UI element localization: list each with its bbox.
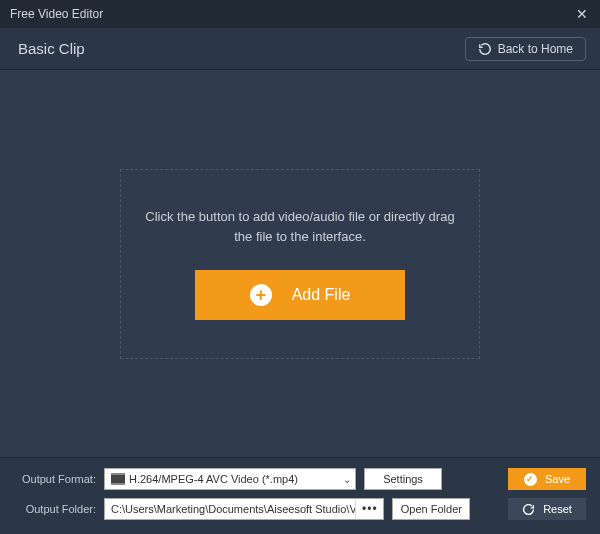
output-format-select[interactable]: H.264/MPEG-4 AVC Video (*.mp4) ⌄ [104, 468, 356, 490]
footer: Output Format: H.264/MPEG-4 AVC Video (*… [0, 457, 600, 534]
ellipsis-icon: ••• [362, 502, 378, 516]
output-folder-row: Output Folder: C:\Users\Marketing\Docume… [14, 498, 586, 520]
add-file-label: Add File [292, 286, 351, 304]
reset-label: Reset [543, 503, 572, 515]
output-format-value: H.264/MPEG-4 AVC Video (*.mp4) [129, 473, 339, 485]
page-title: Basic Clip [18, 40, 85, 57]
app-title: Free Video Editor [10, 7, 103, 21]
back-to-home-button[interactable]: Back to Home [465, 37, 586, 61]
back-label: Back to Home [498, 42, 573, 56]
output-folder-field[interactable]: C:\Users\Marketing\Documents\Aiseesoft S… [104, 498, 384, 520]
plus-icon: + [250, 284, 272, 306]
titlebar[interactable]: Free Video Editor ✕ [0, 0, 600, 28]
svg-rect-2 [111, 483, 125, 485]
dropzone[interactable]: Click the button to add video/audio file… [120, 169, 480, 359]
save-button[interactable]: ✓ Save [508, 468, 586, 490]
svg-rect-1 [111, 473, 125, 475]
dropzone-hint: Click the button to add video/audio file… [141, 207, 459, 246]
output-folder-label: Output Folder: [14, 503, 96, 515]
check-icon: ✓ [524, 473, 537, 486]
chevron-down-icon: ⌄ [343, 474, 351, 485]
subheader: Basic Clip Back to Home [0, 28, 600, 70]
settings-button[interactable]: Settings [364, 468, 442, 490]
reset-button[interactable]: Reset [508, 498, 586, 520]
output-format-row: Output Format: H.264/MPEG-4 AVC Video (*… [14, 468, 586, 490]
open-folder-button[interactable]: Open Folder [392, 498, 470, 520]
reset-icon [522, 503, 535, 516]
app-window: Free Video Editor ✕ Basic Clip Back to H… [0, 0, 600, 534]
settings-label: Settings [383, 473, 423, 485]
add-file-button[interactable]: + Add File [195, 270, 405, 320]
output-folder-value: C:\Users\Marketing\Documents\Aiseesoft S… [111, 503, 377, 515]
close-button[interactable]: ✕ [572, 4, 592, 24]
save-label: Save [545, 473, 570, 485]
open-folder-label: Open Folder [401, 503, 462, 515]
output-format-label: Output Format: [14, 473, 96, 485]
browse-folder-button[interactable]: ••• [355, 499, 383, 519]
refresh-icon [478, 42, 492, 56]
video-format-icon [111, 473, 125, 485]
main-area: Click the button to add video/audio file… [0, 70, 600, 457]
close-icon: ✕ [576, 6, 588, 22]
